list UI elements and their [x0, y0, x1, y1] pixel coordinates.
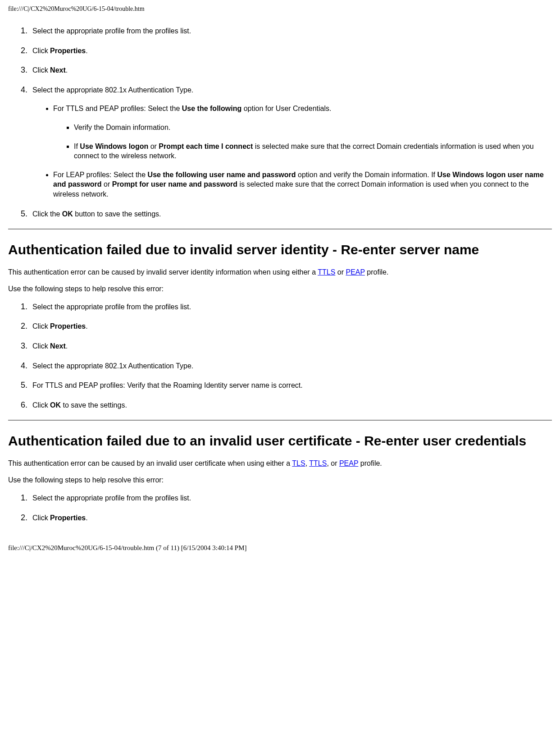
- text: .: [86, 47, 87, 55]
- list-item: Click Properties.: [30, 321, 552, 331]
- nested-ul-square: Verify the Domain information. If Use Wi…: [53, 123, 552, 161]
- text: button to save the settings.: [73, 210, 161, 218]
- bold-text: Properties: [50, 47, 86, 55]
- list-item: Verify the Domain information.: [74, 123, 552, 133]
- text: or: [335, 268, 346, 276]
- text: profile.: [365, 268, 388, 276]
- header-file-path: file:///C|/CX2%20Muroc%20UG/6-15-04/trou…: [8, 5, 552, 13]
- text: ,: [305, 459, 310, 467]
- section-heading: Authentication failed due to invalid ser…: [8, 241, 552, 258]
- nested-ul: For TTLS and PEAP profiles: Select the U…: [32, 104, 552, 199]
- text: or: [102, 180, 112, 188]
- section-heading: Authentication failed due to an invalid …: [8, 432, 552, 450]
- bold-text: Prompt each time I connect: [159, 142, 253, 150]
- list-item: Click Properties.: [30, 512, 552, 523]
- text: If: [74, 142, 80, 150]
- divider: [8, 420, 552, 421]
- bold-text: OK: [62, 210, 73, 218]
- paragraph: This authentication error can be caused …: [8, 459, 552, 468]
- list-item: Select the appropriate 802.1x Authentica…: [30, 84, 552, 199]
- text: .: [66, 342, 68, 350]
- list-item: Select the appropriate profile from the …: [30, 492, 552, 503]
- text: option and verify the Domain information…: [296, 171, 437, 179]
- list-item: Click Next.: [30, 64, 552, 75]
- bold-text: Prompt for user name and password: [112, 180, 237, 188]
- list-item: Click OK to save the settings.: [30, 399, 552, 410]
- list-item: For TTLS and PEAP profiles: Select the U…: [53, 104, 552, 161]
- ttls-link[interactable]: TTLS: [309, 459, 327, 467]
- ttls-link[interactable]: TTLS: [318, 268, 335, 276]
- text: For LEAP profiles: Select the: [53, 171, 148, 179]
- list-item: For TTLS and PEAP profiles: Verify that …: [30, 380, 552, 390]
- text: option for User Credentials.: [241, 105, 331, 112]
- text: .: [86, 322, 87, 330]
- list-item: If Use Windows logon or Prompt each time…: [74, 142, 552, 161]
- text: Click: [32, 514, 50, 522]
- text: Click the: [32, 210, 62, 218]
- list-item: Select the appropriate profile from the …: [30, 25, 552, 36]
- bold-text: Properties: [50, 322, 86, 330]
- text: For TTLS and PEAP profiles: Select the: [53, 105, 182, 112]
- text: .: [66, 66, 68, 74]
- paragraph: Use the following steps to help resolve …: [8, 284, 552, 294]
- text: .: [86, 514, 87, 522]
- tls-link[interactable]: TLS: [292, 459, 305, 467]
- text: , or: [327, 459, 339, 467]
- bold-text: Properties: [50, 514, 86, 522]
- bold-text: Use the following: [182, 105, 241, 112]
- peap-link[interactable]: PEAP: [346, 268, 364, 276]
- text: Click: [32, 322, 50, 330]
- peap-link[interactable]: PEAP: [339, 459, 358, 467]
- footer-text: file:///C|/CX2%20Muroc%20UG/6-15-04/trou…: [8, 544, 552, 552]
- list-item: Click Next.: [30, 340, 552, 351]
- divider: [8, 229, 552, 229]
- bold-text: OK: [50, 401, 61, 409]
- list-item: Select the appropriate profile from the …: [30, 301, 552, 312]
- text: This authentication error can be caused …: [8, 459, 292, 467]
- list-item: Click the OK button to save the settings…: [30, 208, 552, 219]
- text: Click: [32, 342, 50, 350]
- text: Select the appropriate 802.1x Authentica…: [32, 86, 193, 94]
- text: to save the settings.: [61, 401, 127, 409]
- text: Click: [32, 66, 50, 74]
- paragraph: Use the following steps to help resolve …: [8, 475, 552, 485]
- bold-text: Use Windows logon: [80, 142, 148, 150]
- bold-text: Next: [50, 66, 66, 74]
- bold-text: Next: [50, 342, 66, 350]
- section3-ol: Select the appropriate profile from the …: [8, 492, 552, 523]
- text: or: [148, 142, 159, 150]
- text: profile.: [358, 459, 382, 467]
- list-item: For LEAP profiles: Select the Use the fo…: [53, 170, 552, 199]
- section1-ol: Select the appropriate profile from the …: [8, 25, 552, 219]
- bold-text: Use the following user name and password: [148, 171, 296, 179]
- list-item: Click Properties.: [30, 45, 552, 56]
- text: This authentication error can be caused …: [8, 268, 318, 276]
- text: Click: [32, 401, 50, 409]
- paragraph: This authentication error can be caused …: [8, 267, 552, 277]
- list-item: Select the appropriate 802.1x Authentica…: [30, 360, 552, 371]
- section2-ol: Select the appropriate profile from the …: [8, 301, 552, 410]
- text: Click: [32, 47, 50, 55]
